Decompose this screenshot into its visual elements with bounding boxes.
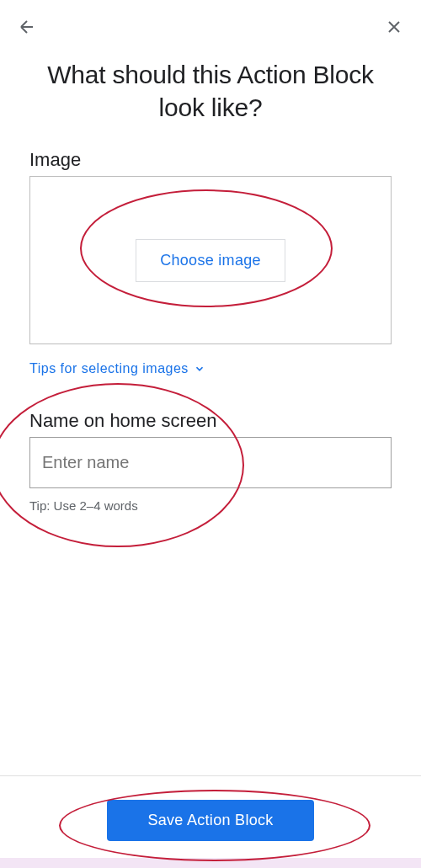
name-input[interactable] — [29, 437, 392, 488]
bottom-bar — [0, 858, 421, 868]
chevron-down-icon — [194, 363, 205, 375]
back-arrow-icon[interactable] — [17, 17, 37, 37]
page-title: What should this Action Block look like? — [0, 45, 421, 149]
save-action-block-button[interactable]: Save Action Block — [107, 800, 313, 841]
image-section-label: Image — [29, 149, 392, 171]
tips-link-label: Tips for selecting images — [29, 361, 189, 376]
close-icon[interactable] — [384, 17, 404, 37]
name-tip-text: Tip: Use 2–4 words — [29, 498, 392, 513]
name-section-label: Name on home screen — [29, 410, 392, 432]
footer-divider — [0, 775, 421, 776]
tips-link[interactable]: Tips for selecting images — [29, 361, 392, 376]
image-preview-box: Choose image — [29, 176, 392, 344]
choose-image-button[interactable]: Choose image — [136, 239, 285, 282]
